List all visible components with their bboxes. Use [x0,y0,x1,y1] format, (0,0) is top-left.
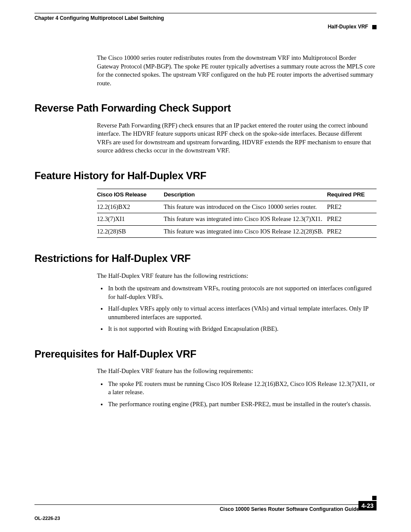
cell-desc: This feature was integrated into Cisco I… [164,225,327,238]
col-header-description: Description [164,189,327,201]
footer-guide-title: Cisco 10000 Series Router Software Confi… [34,506,377,513]
cell-pre: PRE2 [327,213,377,226]
feature-history-table-wrap: Cisco IOS Release Description Required P… [97,189,377,238]
header-section-text: Half-Duplex VRF [328,24,368,30]
rpf-paragraph: Reverse Path Forwarding (RPF) check ensu… [97,121,377,155]
header-section: Half-Duplex VRF [328,23,377,30]
heading-feature-history: Feature History for Half-Duplex VRF [34,169,377,183]
list-item: In both the upstream and downstream VRFs… [107,284,377,301]
prereq-intro: The Half-Duplex VRF feature has the foll… [97,367,377,376]
cell-release: 12.2(16)BX2 [97,201,164,213]
list-item: The spoke PE routers must be running Cis… [107,380,377,397]
col-header-release: Cisco IOS Release [97,189,164,201]
table-row: 12.2(28)SB This feature was integrated i… [97,225,377,238]
heading-rpf: Reverse Path Forwarding Check Support [34,101,377,115]
restrictions-list: In both the upstream and downstream VRFs… [97,284,377,333]
list-item: It is not supported with Routing with Br… [107,325,377,333]
table-row: 12.3(7)XI1 This feature was integrated i… [97,213,377,226]
page-number-box: 4-23 [358,501,377,510]
cell-release: 12.3(7)XI1 [97,213,164,226]
heading-prerequisites: Prerequisites for Half-Duplex VRF [34,347,377,361]
cell-desc: This feature was introduced on the Cisco… [164,201,327,213]
cell-desc: This feature was integrated into Cisco I… [164,213,327,226]
list-item: Half-duplex VRFs apply only to virtual a… [107,305,377,321]
heading-restrictions: Restrictions for Half-Duplex VRF [34,252,377,265]
header-chapter: Chapter 4 Configuring Multiprotocol Labe… [34,15,164,22]
footer-doc-id: OL-2226-23 [34,515,60,522]
footer: Cisco 10000 Series Router Software Confi… [34,504,377,522]
col-header-pre: Required PRE [327,189,377,201]
list-item: The performance routing engine (PRE), pa… [107,400,377,409]
table-header-row: Cisco IOS Release Description Required P… [97,189,377,201]
cell-pre: PRE2 [327,225,377,238]
restrictions-intro: The Half-Duplex VRF feature has the foll… [97,272,377,280]
header-rule [34,13,377,13]
footer-marker-icon [372,496,377,500]
table-row: 12.2(16)BX2 This feature was introduced … [97,201,377,213]
feature-history-table: Cisco IOS Release Description Required P… [97,189,377,238]
header-marker-icon [372,25,377,29]
cell-release: 12.2(28)SB [97,225,164,238]
prereq-list: The spoke PE routers must be running Cis… [97,380,377,409]
footer-rule [34,504,359,505]
cell-pre: PRE2 [327,201,377,213]
intro-paragraph: The Cisco 10000 series router redistribu… [97,54,377,87]
